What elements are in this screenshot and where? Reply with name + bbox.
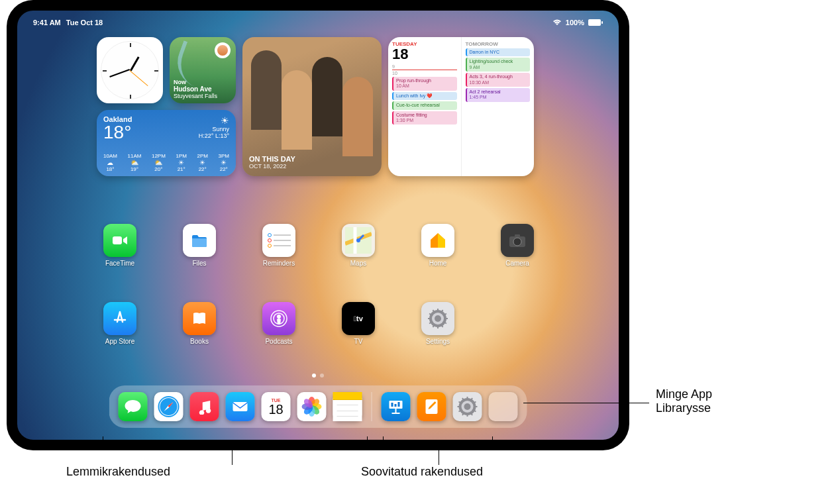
app-label: Podcasts: [265, 338, 292, 345]
page-dot-1[interactable]: [312, 374, 316, 378]
dock-divider: [372, 392, 372, 421]
page-indicator[interactable]: [312, 374, 324, 378]
mail-icon: [226, 392, 255, 421]
svg-rect-29: [233, 402, 248, 411]
app-calendar[interactable]: TUE18: [262, 392, 291, 421]
ipad-home-screen[interactable]: 9:41 AM Tue Oct 18 100%: [17, 11, 619, 440]
clock-widget[interactable]: [97, 37, 163, 103]
settings-icon: [421, 302, 454, 335]
calendar-event[interactable]: Prop run-through10 AM: [392, 77, 457, 91]
messages-icon: [119, 392, 148, 421]
svg-point-4: [356, 238, 360, 242]
svg-point-13: [435, 315, 441, 322]
calendar-event[interactable]: Cue-to-cue rehearsal: [392, 101, 457, 109]
app-camera[interactable]: Camera: [501, 224, 534, 267]
favorite-apps-bracket: [103, 437, 368, 450]
notes-icon: [333, 392, 362, 421]
app-label: Home: [429, 260, 447, 267]
pages-icon: [417, 392, 446, 421]
app-music[interactable]: [190, 392, 219, 421]
app-notes[interactable]: [333, 392, 362, 421]
svg-point-6: [513, 238, 521, 246]
svg-rect-7: [515, 234, 520, 237]
app-files[interactable]: Files: [183, 224, 216, 267]
svg-rect-14: [437, 309, 439, 311]
dock: TUE18: [109, 385, 527, 428]
ipad-device-frame: 9:41 AM Tue Oct 18 100%: [7, 0, 629, 450]
svg-rect-1: [601, 21, 603, 24]
calendar-event[interactable]: Lunch with Ivy ❤️: [392, 92, 457, 100]
weather-hourly: 10AM☁︎18°11AM⛅19°12PM⛅20°1PM☀︎21°2PM☀︎22…: [103, 153, 229, 172]
calendar-event[interactable]: Act 2 rehearsal1:45 PM: [466, 88, 531, 102]
apps-row-1: FaceTimeFilesRemindersMapsHomeCamera: [103, 224, 534, 267]
calendar-icon: TUE18: [262, 392, 291, 421]
app-label: Files: [192, 260, 206, 267]
weather-widget[interactable]: Oakland 18° ☀︎ Sunny H:22° L:13° 10AM☁︎1…: [97, 110, 236, 176]
app-label: Settings: [426, 338, 450, 345]
podcasts-icon: [262, 302, 295, 335]
keynote-icon: [382, 392, 411, 421]
app-library-button[interactable]: [489, 392, 518, 421]
battery-percent: 100%: [566, 19, 584, 26]
app-label: TV: [354, 338, 363, 345]
svg-rect-40: [392, 413, 400, 414]
apps-row-2: App StoreBooksPodcaststvTVSettings: [103, 302, 454, 345]
app-tv[interactable]: tvTV: [342, 302, 375, 345]
files-icon: [183, 224, 216, 257]
app-library-callout: Minge AppLibrarysse: [656, 387, 712, 415]
app-podcasts[interactable]: Podcasts: [262, 302, 295, 345]
calendar-widget[interactable]: TUESDAY 18 9 10 Prop run-through10 AMLun…: [388, 37, 534, 176]
calendar-event[interactable]: Costume fitting1:30 PM: [392, 111, 457, 125]
findmy-street: Hudson Ave: [174, 85, 232, 93]
app-library-icon: [489, 392, 518, 421]
svg-rect-39: [395, 409, 397, 413]
findmy-now-label: Now: [174, 79, 232, 85]
home-icon: [421, 224, 454, 257]
svg-rect-42: [395, 404, 397, 407]
app-facetime[interactable]: FaceTime: [103, 224, 136, 267]
photos-date: OCT 18, 2022: [249, 163, 295, 170]
findmy-area: Stuyvesant Falls: [174, 93, 232, 99]
app-label: Books: [190, 338, 209, 345]
app-books[interactable]: Books: [183, 302, 216, 345]
app-store-icon: [103, 302, 136, 335]
app-app-store[interactable]: App Store: [103, 302, 136, 345]
photos-widget[interactable]: ON THIS DAY OCT 18, 2022: [242, 37, 382, 176]
sun-icon: ☀︎: [199, 115, 229, 126]
app-mail[interactable]: [226, 392, 255, 421]
svg-rect-57: [458, 406, 460, 407]
app-photos[interactable]: [297, 392, 327, 421]
settings-icon: [453, 392, 482, 421]
suggested-apps-callout: Soovitatud rakendused: [361, 465, 483, 479]
svg-rect-0: [588, 19, 601, 26]
app-keynote[interactable]: [382, 392, 411, 421]
app-settings[interactable]: [453, 392, 482, 421]
calendar-event[interactable]: Acts 3, 4 run-through10:30 AM: [466, 73, 531, 87]
findmy-widget[interactable]: Now Hudson Ave Stuyvesant Falls: [170, 37, 236, 103]
app-label: Reminders: [263, 260, 295, 267]
music-icon: [190, 392, 219, 421]
svg-rect-20: [437, 326, 439, 328]
app-settings[interactable]: Settings: [421, 302, 454, 345]
app-maps[interactable]: Maps: [342, 224, 375, 267]
facetime-icon: [103, 224, 136, 257]
calendar-event[interactable]: Lighting/sound check9 AM: [466, 58, 531, 72]
app-home[interactable]: Home: [421, 224, 454, 267]
calendar-event[interactable]: Darron in NYC: [466, 48, 531, 56]
svg-rect-23: [428, 318, 431, 319]
svg-rect-17: [445, 318, 448, 319]
svg-rect-54: [467, 414, 468, 417]
maps-icon: [342, 224, 375, 257]
avatar-icon: [215, 42, 231, 58]
app-messages[interactable]: [119, 392, 148, 421]
svg-point-10: [277, 315, 281, 319]
app-pages[interactable]: [417, 392, 446, 421]
suggested-apps-bracket: [383, 437, 493, 450]
app-safari[interactable]: [154, 392, 183, 421]
favorite-apps-callout: Lemmikrakendused: [66, 465, 170, 479]
status-date: Tue Oct 18: [66, 19, 103, 26]
app-reminders[interactable]: Reminders: [262, 224, 295, 267]
svg-point-47: [464, 403, 471, 410]
page-dot-2[interactable]: [320, 374, 324, 378]
safari-icon: [154, 392, 183, 421]
